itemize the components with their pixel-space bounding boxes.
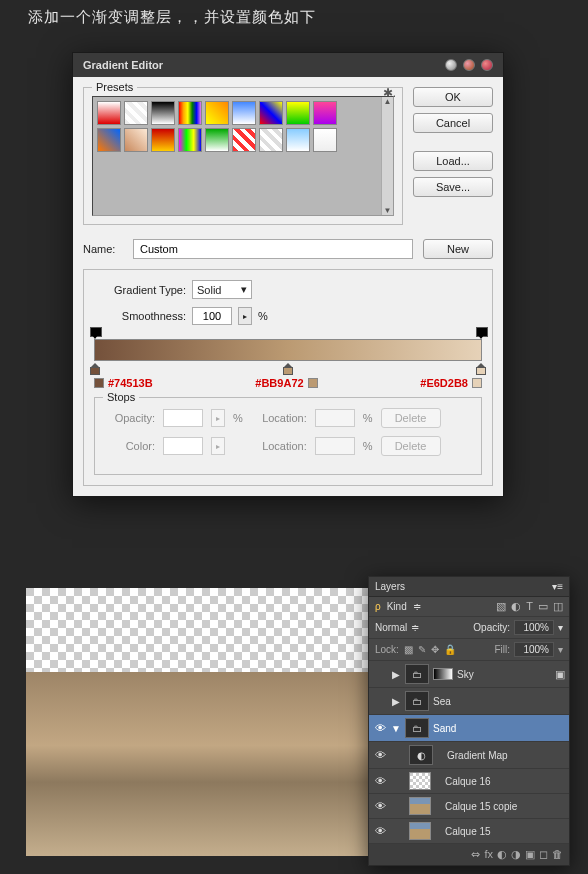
gradient-type-value: Solid <box>197 284 221 296</box>
new-layer-icon[interactable]: ◻ <box>539 848 548 861</box>
disclosure-triangle-icon[interactable]: ▶ <box>391 669 401 680</box>
filter-adjust-icon[interactable]: ◐ <box>511 600 521 613</box>
layer-thumbnail <box>409 797 431 815</box>
panel-menu-icon[interactable]: ▾≡ <box>552 581 563 592</box>
ok-button[interactable]: OK <box>413 87 493 107</box>
smoothness-input[interactable] <box>192 307 232 325</box>
kind-label: Kind <box>387 601 407 612</box>
preset-swatch[interactable] <box>97 128 121 152</box>
layer-mask-icon[interactable]: ◐ <box>497 848 507 861</box>
opacity-location-label: Location: <box>251 412 307 424</box>
opacity-value[interactable]: 100% <box>514 620 554 635</box>
lock-all-icon[interactable]: 🔒 <box>444 644 456 655</box>
preset-swatch[interactable] <box>259 128 283 152</box>
layers-header[interactable]: Layers ▾≡ <box>369 577 569 597</box>
close-icon[interactable] <box>481 59 493 71</box>
opacity-stepper-icon[interactable]: ▾ <box>558 622 563 633</box>
preset-swatch[interactable] <box>286 101 310 125</box>
layer-row[interactable]: 👁▼🗀Sand <box>369 715 569 742</box>
preset-swatch[interactable] <box>313 128 337 152</box>
layer-row[interactable]: 👁Calque 15 copie <box>369 794 569 819</box>
visibility-toggle-icon[interactable]: 👁 <box>373 825 387 837</box>
lock-transparency-icon[interactable]: ▩ <box>404 644 413 655</box>
filter-type-icon[interactable]: T <box>526 600 533 613</box>
presets-scrollbar[interactable]: ▲▼ <box>381 97 393 215</box>
fill-value[interactable]: 100% <box>514 642 554 657</box>
opacity-stop-label: Opacity: <box>105 412 155 424</box>
color-stop-3[interactable] <box>475 363 487 375</box>
preset-swatch[interactable] <box>232 128 256 152</box>
adjustment-layer-icon[interactable]: ◑ <box>511 848 521 861</box>
layer-row[interactable]: ▶🗀Sky▣ <box>369 661 569 688</box>
layer-style-icon[interactable]: fx <box>484 848 493 861</box>
opacity-stop-right[interactable] <box>476 327 486 339</box>
link-layers-icon[interactable]: ⇔ <box>471 848 480 861</box>
lock-pixels-icon[interactable]: ✎ <box>418 644 426 655</box>
preset-swatch[interactable] <box>178 128 202 152</box>
adjustment-icon: ◐ <box>409 745 433 765</box>
maximize-icon[interactable] <box>463 59 475 71</box>
disclosure-triangle-icon[interactable]: ▼ <box>391 723 401 734</box>
blend-row: Normal ≑ Opacity: 100% ▾ <box>369 617 569 639</box>
color-stop-1[interactable] <box>89 363 101 375</box>
visibility-toggle-icon[interactable]: 👁 <box>373 722 387 734</box>
folder-icon: 🗀 <box>405 691 429 711</box>
preset-swatch[interactable] <box>232 101 256 125</box>
load-button[interactable]: Load... <box>413 151 493 171</box>
preset-swatch[interactable] <box>286 128 310 152</box>
preset-swatch[interactable] <box>151 101 175 125</box>
gradient-bar[interactable] <box>94 339 482 361</box>
gradient-editor-dialog: Gradient Editor Presets ✱. ▲▼ OK Ca <box>72 52 504 497</box>
search-icon: ρ <box>375 601 381 612</box>
save-button[interactable]: Save... <box>413 177 493 197</box>
fill-stepper-icon[interactable]: ▾ <box>558 644 563 655</box>
delete-layer-icon[interactable]: 🗑 <box>552 848 563 861</box>
preset-swatch[interactable] <box>97 101 121 125</box>
visibility-toggle-icon[interactable]: 👁 <box>373 775 387 787</box>
filter-pixel-icon[interactable]: ▧ <box>496 600 506 613</box>
dialog-titlebar[interactable]: Gradient Editor <box>73 53 503 77</box>
titlebar-buttons <box>445 59 493 71</box>
filter-shape-icon[interactable]: ▭ <box>538 600 548 613</box>
presets-grid: ▲▼ <box>92 96 394 216</box>
preset-swatch[interactable] <box>124 128 148 152</box>
layer-name: Calque 15 copie <box>445 801 517 812</box>
layer-row[interactable]: ▶🗀Sea <box>369 688 569 715</box>
minimize-icon[interactable] <box>445 59 457 71</box>
preset-swatch[interactable] <box>205 101 229 125</box>
layer-row[interactable]: 👁◐Gradient Map <box>369 742 569 769</box>
new-button[interactable]: New <box>423 239 493 259</box>
layer-row[interactable]: 👁Calque 15 <box>369 819 569 844</box>
stops-group: Stops Opacity: ▸ % Location: % Delete Co… <box>94 397 482 475</box>
folder-icon: 🗀 <box>405 664 429 684</box>
link-icon[interactable]: ▣ <box>555 668 565 681</box>
layer-name: Calque 15 <box>445 826 491 837</box>
preset-swatch[interactable] <box>178 101 202 125</box>
gradient-type-select[interactable]: Solid ▾ <box>192 280 252 299</box>
new-group-icon[interactable]: ▣ <box>525 848 535 861</box>
color-stop-2[interactable] <box>282 363 294 375</box>
layer-row[interactable]: 👁Calque 16 <box>369 769 569 794</box>
color-code-2: #BB9A72 <box>255 377 303 389</box>
name-input[interactable] <box>133 239 413 259</box>
preset-swatch[interactable] <box>259 101 283 125</box>
filter-smart-icon[interactable]: ◫ <box>553 600 563 613</box>
smoothness-stepper[interactable]: ▸ <box>238 307 252 325</box>
preset-swatch[interactable] <box>124 101 148 125</box>
lock-label: Lock: <box>375 644 399 655</box>
disclosure-triangle-icon[interactable]: ▶ <box>391 696 401 707</box>
cancel-button[interactable]: Cancel <box>413 113 493 133</box>
color-code-1: #74513B <box>108 377 153 389</box>
layer-thumbnail <box>409 772 431 790</box>
preset-swatch[interactable] <box>151 128 175 152</box>
preset-swatch[interactable] <box>313 101 337 125</box>
percent-label: % <box>363 440 373 452</box>
lock-position-icon[interactable]: ✥ <box>431 644 439 655</box>
visibility-toggle-icon[interactable]: 👁 <box>373 749 387 761</box>
visibility-toggle-icon[interactable]: 👁 <box>373 800 387 812</box>
blend-mode-select[interactable]: Normal <box>375 622 407 633</box>
layers-footer: ⇔ fx ◐ ◑ ▣ ◻ 🗑 <box>369 844 569 865</box>
kind-dropdown-icon[interactable]: ≑ <box>413 601 421 612</box>
opacity-stop-left[interactable] <box>90 327 100 339</box>
preset-swatch[interactable] <box>205 128 229 152</box>
